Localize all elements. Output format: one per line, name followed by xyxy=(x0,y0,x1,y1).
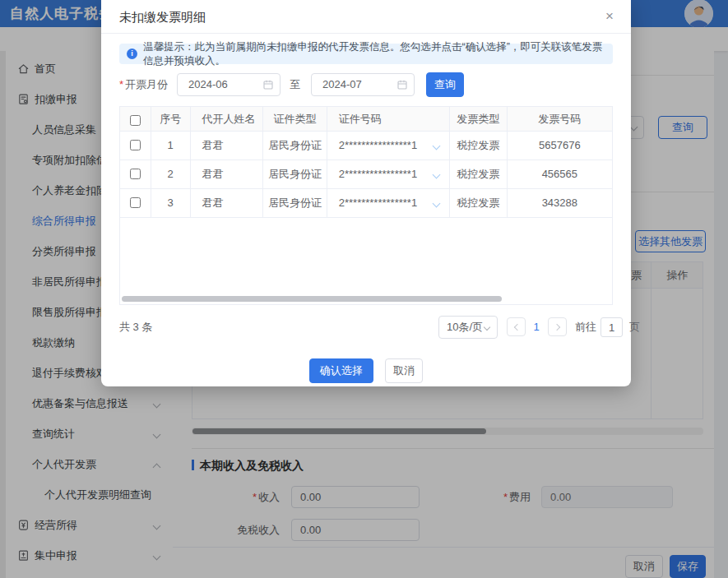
row-checkbox[interactable] xyxy=(130,197,141,208)
col-id-type: 证件类型 xyxy=(263,107,327,131)
table-header-row: 序号 代开人姓名 证件类型 证件号码 发票类型 发票号码 xyxy=(120,107,612,132)
table-row: 1 君君 居民身份证 2****************1 税控发票 56576… xyxy=(120,132,612,160)
chevron-down-icon[interactable] xyxy=(433,171,441,179)
modal-query-button[interactable]: 查询 xyxy=(426,72,464,97)
modal-title: 未扣缴发票明细 xyxy=(119,0,206,34)
row-checkbox[interactable] xyxy=(130,140,141,150)
filter-row: *开票月份 2024-06 至 2024-07 查询 xyxy=(119,72,613,97)
chevron-right-icon xyxy=(554,324,560,331)
range-separator: 至 xyxy=(290,72,300,97)
calendar-icon xyxy=(397,80,407,90)
month-from-picker[interactable]: 2024-06 xyxy=(177,73,281,96)
modal-cancel-button[interactable]: 取消 xyxy=(385,358,423,383)
month-to-picker[interactable]: 2024-07 xyxy=(311,73,415,96)
col-seq: 序号 xyxy=(151,107,191,131)
table-row: 2 君君 居民身份证 2****************1 税控发票 45656… xyxy=(120,160,612,189)
tip-alert: i 温馨提示：此为当前属期尚未扣缴申报的代开发票信息。您勾选并点击“确认选择”，… xyxy=(119,44,613,64)
col-id-no: 证件号码 xyxy=(327,107,450,131)
unwithheld-invoice-modal: 未扣缴发票明细 × i 温馨提示：此为当前属期尚未扣缴申报的代开发票信息。您勾选… xyxy=(101,0,631,386)
table-horizontal-scrollbar[interactable] xyxy=(122,296,502,302)
table-row: 3 君君 居民身份证 2****************1 税控发票 34328… xyxy=(120,189,612,218)
invoice-month-label: *开票月份 xyxy=(119,72,168,97)
total-count: 共 3 条 xyxy=(119,316,152,339)
col-name: 代开人姓名 xyxy=(191,107,264,131)
tip-text: 温馨提示：此为当前属期尚未扣缴申报的代开发票信息。您勾选并点击“确认选择”，即可… xyxy=(143,40,605,68)
page-size-select[interactable]: 10条/页 xyxy=(438,316,498,339)
modal-body: i 温馨提示：此为当前属期尚未扣缴申报的代开发票信息。您勾选并点击“确认选择”，… xyxy=(101,44,631,383)
chevron-left-icon xyxy=(514,324,521,331)
select-all-checkbox[interactable] xyxy=(130,115,141,126)
row-checkbox[interactable] xyxy=(130,169,141,179)
goto-page-input[interactable] xyxy=(600,317,623,337)
next-page-button[interactable] xyxy=(548,317,567,336)
pagination: 共 3 条 10条/页 1 前往 页 xyxy=(119,316,613,339)
chevron-down-icon xyxy=(484,324,490,331)
modal-actions: 确认选择 取消 xyxy=(119,358,613,383)
modal-header: 未扣缴发票明细 × xyxy=(101,0,631,34)
page-unit-label: 页 xyxy=(629,316,640,339)
confirm-select-button[interactable]: 确认选择 xyxy=(309,358,373,383)
current-page[interactable]: 1 xyxy=(530,316,543,339)
close-icon[interactable]: × xyxy=(600,7,619,25)
chevron-down-icon[interactable] xyxy=(433,200,441,208)
invoice-table: 序号 代开人姓名 证件类型 证件号码 发票类型 发票号码 1 君君 居民身份证 … xyxy=(119,106,613,305)
col-invoice-type: 发票类型 xyxy=(450,107,508,131)
app-root: 自然人电子税务局 个人业务 首页 扣缴申报 人员信息采集 专项附加扣除信息采集 xyxy=(0,0,728,578)
required-mark: * xyxy=(119,78,123,90)
goto-label: 前往 xyxy=(575,316,596,339)
col-invoice-no: 发票号码 xyxy=(508,107,612,131)
calendar-icon xyxy=(263,80,273,90)
chevron-down-icon[interactable] xyxy=(433,142,441,150)
info-icon: i xyxy=(127,49,137,59)
prev-page-button[interactable] xyxy=(507,317,526,336)
